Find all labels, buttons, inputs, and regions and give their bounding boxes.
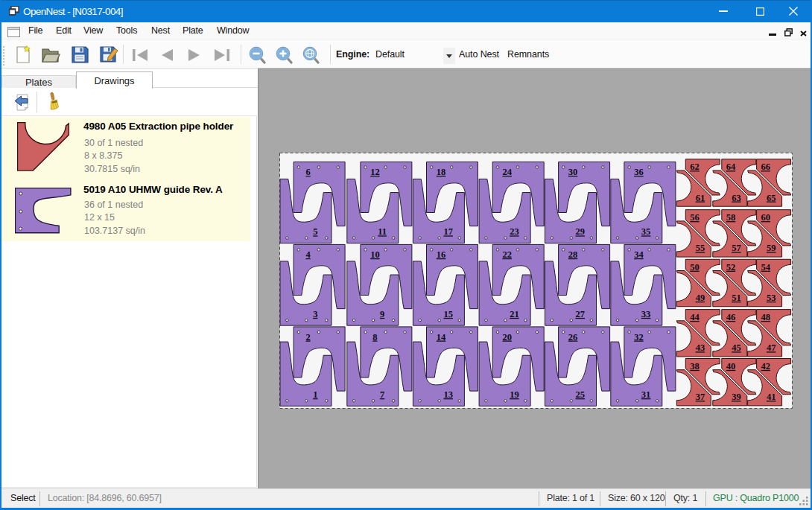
svg-text:42: 42	[761, 361, 771, 372]
svg-text:8: 8	[372, 332, 377, 342]
svg-text:62: 62	[690, 162, 700, 172]
svg-text:47: 47	[767, 342, 776, 353]
svg-text:50: 50	[690, 262, 700, 272]
svg-text:1: 1	[313, 389, 317, 400]
svg-text:61: 61	[696, 193, 705, 203]
svg-text:52: 52	[726, 262, 736, 272]
svg-text:20: 20	[502, 332, 512, 342]
svg-text:65: 65	[767, 193, 776, 203]
svg-text:49: 49	[696, 293, 705, 303]
svg-text:22: 22	[502, 249, 512, 260]
svg-text:40: 40	[726, 361, 736, 372]
svg-text:15: 15	[443, 309, 453, 319]
svg-text:24: 24	[502, 167, 512, 177]
svg-text:32: 32	[634, 332, 644, 342]
svg-text:43: 43	[696, 342, 705, 353]
svg-text:41: 41	[767, 392, 776, 402]
svg-text:6: 6	[305, 167, 310, 177]
svg-text:35: 35	[641, 226, 651, 237]
svg-text:36: 36	[634, 167, 644, 177]
svg-text:51: 51	[732, 293, 741, 303]
svg-text:25: 25	[576, 389, 586, 400]
svg-text:34: 34	[634, 249, 644, 260]
svg-text:29: 29	[576, 226, 586, 237]
svg-text:28: 28	[568, 249, 578, 260]
svg-text:38: 38	[690, 361, 700, 372]
svg-text:64: 64	[726, 162, 736, 172]
svg-text:21: 21	[510, 309, 519, 319]
svg-text:26: 26	[568, 332, 578, 342]
svg-text:23: 23	[510, 226, 519, 237]
svg-text:56: 56	[690, 212, 700, 223]
svg-text:14: 14	[437, 332, 446, 342]
svg-text:10: 10	[370, 249, 380, 260]
svg-text:9: 9	[380, 309, 384, 319]
svg-text:7: 7	[380, 389, 384, 400]
svg-text:17: 17	[443, 226, 453, 237]
svg-text:57: 57	[732, 243, 741, 253]
svg-text:46: 46	[726, 312, 736, 322]
svg-text:31: 31	[641, 389, 651, 400]
svg-text:27: 27	[576, 309, 586, 319]
svg-text:33: 33	[641, 309, 651, 319]
svg-text:13: 13	[443, 389, 453, 400]
svg-text:3: 3	[313, 309, 317, 319]
svg-text:55: 55	[696, 243, 705, 253]
svg-text:53: 53	[767, 293, 776, 303]
svg-text:4: 4	[305, 249, 311, 260]
svg-text:11: 11	[378, 226, 387, 237]
svg-text:19: 19	[510, 389, 519, 400]
svg-text:63: 63	[732, 193, 741, 203]
svg-text:58: 58	[726, 212, 736, 223]
svg-text:48: 48	[761, 312, 771, 322]
svg-text:5: 5	[313, 226, 317, 237]
svg-text:18: 18	[437, 167, 446, 177]
svg-text:16: 16	[437, 249, 446, 260]
svg-text:44: 44	[690, 312, 700, 322]
svg-text:60: 60	[761, 212, 771, 223]
svg-text:2: 2	[305, 332, 310, 342]
svg-text:45: 45	[732, 342, 741, 353]
svg-text:59: 59	[767, 243, 776, 253]
svg-text:37: 37	[696, 392, 705, 402]
svg-text:39: 39	[732, 392, 741, 402]
svg-text:30: 30	[568, 167, 578, 177]
svg-text:66: 66	[761, 162, 771, 172]
svg-text:12: 12	[370, 167, 380, 177]
svg-text:54: 54	[761, 262, 771, 272]
